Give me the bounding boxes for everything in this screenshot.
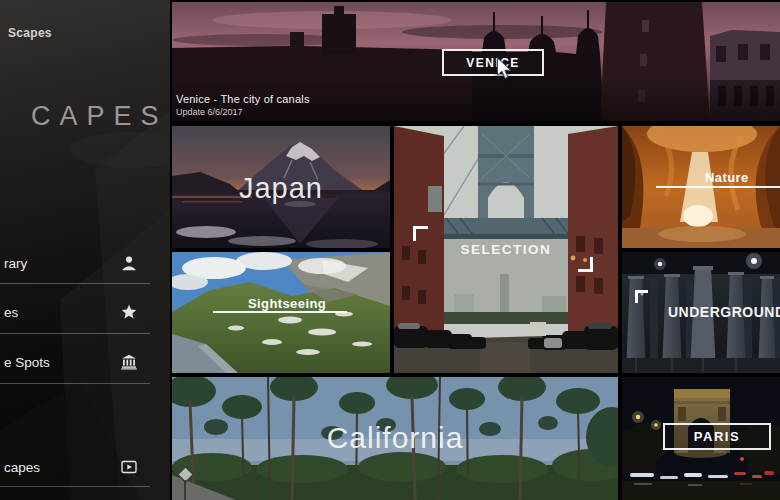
sidebar-divider bbox=[0, 283, 150, 284]
underground-bracket-top-left bbox=[635, 290, 648, 303]
star-icon bbox=[121, 304, 137, 320]
tile-nature[interactable]: Nature bbox=[622, 126, 780, 248]
sidebar: Scapes CAPES rary es e Spots capes bbox=[0, 0, 170, 500]
sidebar-item-label: capes bbox=[4, 460, 40, 475]
tile-paris[interactable]: PARIS bbox=[622, 377, 780, 500]
selection-bracket-bottom-right bbox=[578, 257, 593, 272]
sidebar-item-label: e Spots bbox=[4, 355, 50, 370]
page-title: CAPES bbox=[31, 101, 168, 132]
tile-california[interactable]: California bbox=[172, 377, 618, 500]
nature-underline bbox=[656, 186, 780, 188]
tile-label: SELECTION bbox=[394, 242, 618, 257]
tile-sightseeing[interactable]: Sightseeing bbox=[172, 252, 390, 373]
sidebar-item-videoscapes[interactable]: capes bbox=[0, 451, 170, 483]
paris-button: PARIS bbox=[663, 423, 771, 450]
hero-tile-venice[interactable]: VENICE Venice - The city of canals Updat… bbox=[172, 2, 780, 121]
mouse-cursor-icon bbox=[496, 57, 513, 80]
venice-button[interactable]: VENICE bbox=[442, 49, 544, 76]
sidebar-divider bbox=[0, 486, 150, 487]
tile-underground[interactable]: UNDERGROUND bbox=[622, 252, 780, 373]
tile-selection[interactable]: SELECTION bbox=[394, 126, 618, 373]
tile-label: Sightseeing bbox=[248, 296, 326, 311]
sidebar-item-label: es bbox=[4, 305, 18, 320]
sidebar-item-favorite-spots[interactable]: e Spots bbox=[0, 346, 170, 378]
app-label: Scapes bbox=[8, 26, 52, 40]
scapes-app-window: Scapes CAPES rary es e Spots capes bbox=[0, 0, 780, 500]
sidebar-divider bbox=[0, 333, 150, 334]
hero-update-date: Update 6/6/2017 bbox=[176, 107, 243, 117]
sidebar-item-label: rary bbox=[4, 256, 27, 271]
museum-icon bbox=[121, 354, 137, 370]
hero-caption: Venice - The city of canals bbox=[176, 93, 310, 105]
sidebar-item-favorites[interactable]: es bbox=[0, 296, 170, 328]
tile-label: Japan bbox=[172, 172, 390, 205]
user-icon bbox=[121, 255, 137, 271]
sightseeing-underline bbox=[213, 311, 347, 313]
selection-bracket-top-left bbox=[413, 226, 428, 241]
tile-label: UNDERGROUND bbox=[668, 304, 780, 320]
tile-japan[interactable]: Japan bbox=[172, 126, 390, 248]
tile-label: Nature bbox=[705, 170, 749, 185]
video-icon bbox=[121, 459, 137, 475]
tile-label: California bbox=[172, 421, 618, 455]
sidebar-divider bbox=[0, 383, 150, 384]
sidebar-item-library[interactable]: rary bbox=[0, 247, 170, 279]
